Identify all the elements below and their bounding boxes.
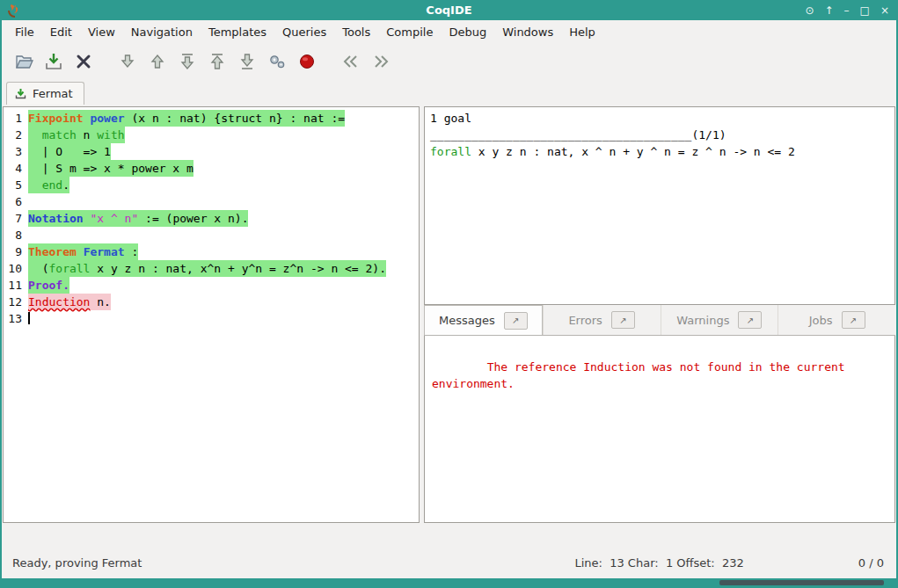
- line-text: | S m => x * power x m: [28, 160, 193, 177]
- tab-errors[interactable]: Errors↗: [543, 305, 661, 335]
- roll-up-icon[interactable]: ↑: [825, 5, 834, 16]
- token: | S m => x * power x m: [28, 162, 193, 175]
- forward-button[interactable]: [113, 47, 142, 76]
- menu-compile[interactable]: Compile: [378, 22, 441, 42]
- previous-button[interactable]: [336, 47, 366, 76]
- maximize-button[interactable]: □: [860, 5, 870, 16]
- code-line: 12Induction n.: [4, 294, 419, 310]
- token: (x n : nat) {struct n} : nat :=: [125, 112, 345, 125]
- bottom-scrollbar: [2, 578, 896, 588]
- token: x y z n : nat, x^n + y^n = z^n -> n <= 2…: [90, 262, 386, 275]
- close-button[interactable]: ×: [880, 5, 889, 16]
- close-x-icon: [74, 52, 93, 71]
- code-editor[interactable]: 1Fixpoint power (x n : nat) {struct n} :…: [4, 110, 419, 327]
- titlebar[interactable]: CoqIDE ⊙ ↑ – □ ×: [2, 0, 896, 20]
- line-text: [28, 310, 30, 327]
- token: .: [62, 178, 69, 192]
- line-number: 3: [4, 143, 28, 160]
- line-number: 13: [4, 310, 28, 327]
- token: Induction: [28, 295, 90, 309]
- menu-edit[interactable]: Edit: [42, 22, 80, 42]
- tab-warnings[interactable]: Warnings↗: [661, 305, 778, 335]
- code-line: 7Notation "x ^ n" := (power x n).: [4, 210, 419, 227]
- minimize-button[interactable]: –: [844, 5, 850, 16]
- double-chevron-left-icon: [341, 52, 361, 71]
- arrow-up-icon: [148, 52, 167, 71]
- run-to-cursor-button[interactable]: [172, 47, 202, 76]
- menu-navigation[interactable]: Navigation: [123, 22, 201, 42]
- menu-help[interactable]: Help: [561, 22, 603, 42]
- line-number: 7: [4, 210, 28, 227]
- right-panel: 1 goal__________________________________…: [424, 106, 895, 523]
- cursor-position: Line: 13 Char: 1 Offset: 232: [574, 556, 743, 570]
- status-text: Ready, proving Fermat: [12, 556, 574, 570]
- detach-icon[interactable]: ↗: [611, 311, 635, 329]
- token: match: [42, 128, 77, 142]
- tab-jobs[interactable]: Jobs↗: [778, 305, 895, 335]
- detach-icon[interactable]: ↗: [842, 311, 865, 329]
- line-number: 1: [4, 110, 28, 127]
- window-title: CoqIDE: [2, 4, 896, 17]
- line-number: 2: [4, 127, 28, 143]
- line-number: 4: [4, 160, 28, 177]
- open-button[interactable]: [9, 47, 39, 76]
- menu-queries[interactable]: Queries: [274, 22, 334, 42]
- interrupt-button[interactable]: [292, 47, 322, 76]
- code-line: 2 match n with: [4, 127, 419, 143]
- detach-icon[interactable]: ↗: [738, 311, 762, 329]
- menu-file[interactable]: File: [7, 22, 42, 42]
- tab-save-status-icon: [15, 88, 26, 99]
- menu-debug[interactable]: Debug: [441, 22, 494, 42]
- code-line: 5 end.: [4, 177, 419, 193]
- window-controls: ⊙ ↑ – □ ×: [805, 5, 896, 16]
- token: n.: [90, 295, 110, 309]
- next-button[interactable]: [366, 47, 396, 76]
- arrow-down-to-cursor-icon: [178, 52, 197, 71]
- tab-fermat[interactable]: Fermat: [6, 82, 84, 105]
- token: 1 goal: [430, 112, 471, 125]
- token: with: [97, 128, 124, 142]
- token: := (power x n).: [138, 212, 248, 225]
- goals-panel[interactable]: 1 goal__________________________________…: [424, 106, 895, 305]
- token: end: [42, 178, 62, 192]
- tab-messages[interactable]: Messages↗: [424, 305, 543, 335]
- restart-button[interactable]: [202, 47, 232, 76]
- scrollbar-thumb[interactable]: [719, 580, 884, 585]
- token: Proof.: [28, 279, 69, 292]
- backward-button[interactable]: [142, 47, 172, 76]
- editor-panel[interactable]: 1Fixpoint power (x n : nat) {struct n} :…: [3, 106, 420, 523]
- line-text: Fixpoint power (x n : nat) {struct n} : …: [28, 110, 345, 127]
- token: [28, 178, 42, 192]
- progress-counter: 0 / 0: [858, 556, 884, 570]
- fully-check-button[interactable]: [262, 47, 292, 76]
- coqide-window: CoqIDE ⊙ ↑ – □ × FileEditViewNavigationT…: [0, 0, 898, 588]
- close-doc-button[interactable]: [69, 47, 99, 76]
- line-number: 11: [4, 277, 28, 294]
- run-to-end-button[interactable]: [232, 47, 262, 76]
- bottom-tabs: Messages↗Errors↗Warnings↗Jobs↗: [424, 305, 895, 336]
- code-line: 3 | O => 1: [4, 143, 419, 160]
- open-folder-icon: [14, 52, 33, 71]
- settings-icon[interactable]: ⊙: [805, 5, 814, 16]
- tab-label: Warnings: [676, 314, 729, 327]
- tab-label: Messages: [439, 314, 495, 327]
- gears-icon: [267, 52, 287, 71]
- menu-templates[interactable]: Templates: [201, 22, 274, 42]
- line-text: Theorem Fermat :: [28, 243, 138, 260]
- menu-view[interactable]: View: [80, 22, 123, 42]
- token: (: [28, 262, 48, 275]
- goal-line: 1 goal: [430, 110, 889, 127]
- detach-icon[interactable]: ↗: [504, 312, 528, 330]
- save-button[interactable]: [39, 47, 69, 76]
- menu-tools[interactable]: Tools: [334, 22, 378, 42]
- line-text: end.: [28, 177, 69, 193]
- message-text: The reference Induction was not found in…: [432, 360, 851, 390]
- menu-windows[interactable]: Windows: [494, 22, 561, 42]
- line-text: (forall x y z n : nat, x^n + y^n = z^n -…: [28, 260, 386, 277]
- goal-line: forall x y z n : nat, x ^ n + y ^ n = z …: [430, 143, 889, 160]
- messages-panel[interactable]: The reference Induction was not found in…: [424, 336, 895, 523]
- token: | O => 1: [28, 145, 111, 158]
- tab-label: Fermat: [33, 87, 73, 100]
- token: ______________________________________(1…: [430, 128, 726, 142]
- line-number: 12: [4, 294, 28, 310]
